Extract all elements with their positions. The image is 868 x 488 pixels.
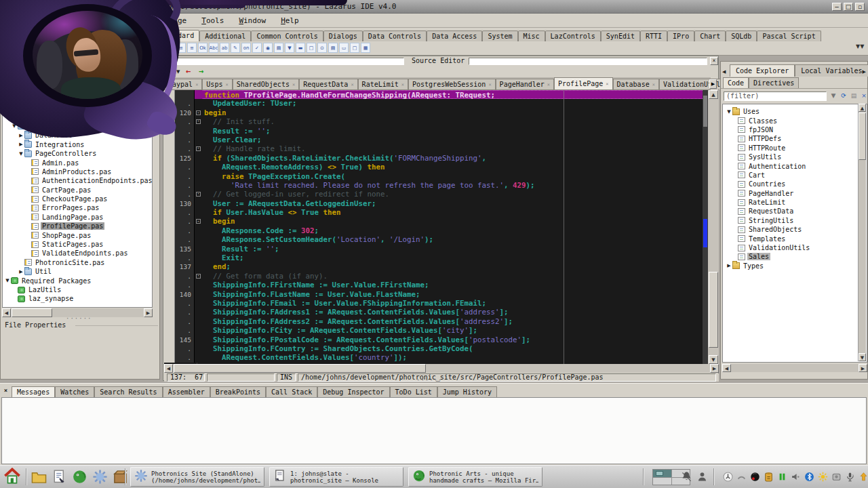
menu-run[interactable]: Run <box>119 16 148 25</box>
code-text[interactable]: // Get logged-in user, redirect if none. <box>203 190 719 199</box>
gutter-fold-area[interactable] <box>194 336 203 344</box>
tab-scroll-right-icon[interactable]: ▶ <box>709 79 717 89</box>
tree-item-profilepage-pas[interactable]: ProfilePage.pas <box>3 222 152 230</box>
tcombobox-icon[interactable]: ▼ <box>285 43 294 53</box>
gutter-breakpoint-area[interactable] <box>164 344 175 353</box>
messages-tab-search-results[interactable]: Search Results <box>94 386 162 397</box>
scroll-down-icon[interactable]: ▼ <box>859 353 866 361</box>
scroll-left-icon[interactable]: ◀ <box>164 364 173 373</box>
tree-item-checkoutpage-pas[interactable]: CheckoutPage.pas <box>3 195 152 203</box>
editor-close-icon[interactable]: × <box>710 57 718 65</box>
expander-open-icon[interactable]: ▼ <box>4 106 11 111</box>
scroll-down-icon[interactable]: ▼ <box>709 355 718 364</box>
gutter-fold-area[interactable]: - <box>194 108 203 117</box>
scroll-up-icon[interactable]: ▲ <box>859 104 866 112</box>
code-text[interactable]: end; <box>203 262 719 271</box>
palette-tab-ipro[interactable]: IPro <box>667 30 694 41</box>
code-text[interactable]: ShippingInfo.FCity := ARequest.ContentFi… <box>203 326 719 335</box>
dragon-launcher-icon[interactable] <box>72 469 87 485</box>
code-text[interactable]: begin <box>203 217 719 226</box>
explorer-vscrollbar[interactable]: ▲ ▼ <box>858 104 866 361</box>
tree-item-errorpages-pas[interactable]: ErrorPages.pas <box>3 203 152 212</box>
bluetooth-tray-icon[interactable] <box>804 472 814 482</box>
messages-tab-breakpoints[interactable]: BreakPoints <box>210 386 266 397</box>
gutter-breakpoint-area[interactable] <box>164 136 175 144</box>
tree-item-types[interactable]: ▶Types <box>723 262 867 270</box>
gutter-fold-area[interactable] <box>194 226 203 235</box>
code-text[interactable]: raise TPageException.Create( <box>203 172 719 181</box>
gutter-breakpoint-area[interactable] <box>164 181 175 190</box>
palette-tab-system[interactable]: System <box>482 30 517 41</box>
gutter-breakpoint-area[interactable] <box>164 245 175 253</box>
code-text[interactable]: User := ARequestData.GetLoggedinUser; <box>203 199 719 208</box>
tree-item-adminproducts-pas[interactable]: AdminProducts.pas <box>3 167 152 176</box>
tree-item-files[interactable]: ▼Files <box>3 104 152 113</box>
palette-tab-dialogs[interactable]: Dialogs <box>323 30 363 41</box>
gutter-breakpoint-area[interactable] <box>164 326 175 335</box>
workspace-cell-1[interactable] <box>653 470 671 477</box>
gutter-fold-area[interactable] <box>194 253 203 262</box>
palette-tab-standard[interactable]: Standard <box>156 30 199 41</box>
pause-tray-icon[interactable] <box>777 472 787 482</box>
palette-tab-chart[interactable]: Chart <box>694 30 726 41</box>
gutter-breakpoint-area[interactable] <box>164 144 175 153</box>
tabs-scroll-left-icon[interactable]: ◀ <box>722 69 726 75</box>
code-text[interactable]: AResponse.Code := 302; <box>203 226 719 235</box>
tree-item-authentication[interactable]: Authentication <box>723 161 867 170</box>
gutter-breakpoint-area[interactable] <box>164 299 175 308</box>
tree-item-datamodel[interactable]: ▶DataModel <box>3 131 152 140</box>
tree-item-templates[interactable]: Templates <box>723 234 867 243</box>
inspector-funnel-icon[interactable]: ▼ <box>143 87 148 94</box>
tlabel-icon[interactable]: Abc <box>209 43 218 53</box>
code-text[interactable]: ARequest.RemoteAddress) <> True) then <box>203 163 719 171</box>
workspace-cell-3[interactable] <box>653 478 671 485</box>
fold-marker-icon[interactable]: · <box>196 192 201 197</box>
tab-close-icon[interactable]: × <box>292 82 295 87</box>
editor-hscrollbar[interactable]: ◀ ▶ <box>164 364 719 373</box>
jump-forward-icon[interactable]: → <box>199 66 203 76</box>
tree-item-sales[interactable]: Sales <box>723 252 867 261</box>
palette-tab-data-controls[interactable]: Data Controls <box>363 30 427 41</box>
gutter-fold-area[interactable] <box>194 317 203 326</box>
gutter-breakpoint-area[interactable] <box>164 217 175 226</box>
gutter-fold-area[interactable] <box>194 353 203 362</box>
scroll-left-icon[interactable]: ◀ <box>2 308 11 317</box>
expander-open-icon[interactable]: ▼ <box>18 151 24 157</box>
code-text[interactable]: ShippingInfo.FCountry := SharedObjects.C… <box>203 344 719 353</box>
night-arc-tray-icon[interactable] <box>736 472 747 482</box>
menu-help[interactable]: Help <box>273 16 307 25</box>
expander-closed-icon[interactable]: ▶ <box>18 142 24 147</box>
code-text[interactable]: ShippingInfo.FAddress1 := ARequest.Conte… <box>203 308 719 317</box>
expander-open-icon[interactable]: ▼ <box>11 123 18 129</box>
tree-item-classes[interactable]: Classes <box>723 116 867 125</box>
gutter-breakpoint-area[interactable] <box>164 127 175 136</box>
expander-open-icon[interactable]: ▼ <box>4 278 11 283</box>
tree-item-ratelimit[interactable]: RateLimit <box>723 198 867 207</box>
tab-close-icon[interactable]: × <box>351 82 353 87</box>
tree-item-photronicsite-standalone[interactable]: PhotronicSite (StandAlone) <box>3 113 152 121</box>
gutter-breakpoint-area[interactable] <box>164 108 175 117</box>
task-button-1-johns-slate[interactable]: 1: johns@slate -photronic_site — Konsole <box>269 467 403 487</box>
tab-local-variables[interactable]: Local Variables <box>795 64 868 77</box>
volume-tray-icon[interactable] <box>791 472 801 482</box>
editor-tab-pagehandler[interactable]: PageHandler× <box>496 79 554 89</box>
tmainmenu-icon[interactable]: ≡ <box>176 43 186 53</box>
code-text[interactable]: Result := ''; <box>203 127 719 136</box>
device-tray-icon[interactable] <box>831 472 842 482</box>
maximize-button-icon[interactable]: □ <box>844 3 853 11</box>
open-folder-button[interactable] <box>2 84 16 98</box>
tab-close-icon[interactable]: × <box>195 82 198 87</box>
tree-item-landingpage-pas[interactable]: LandingPage.pas <box>3 213 152 222</box>
microphone-tray-icon[interactable] <box>845 472 855 482</box>
cursor-tool-icon[interactable]: ↖ <box>156 42 170 54</box>
tcheckbox-icon[interactable]: ✓ <box>252 43 262 53</box>
updates-tray-icon[interactable] <box>859 472 868 482</box>
gutter-fold-area[interactable] <box>194 235 203 244</box>
tree-item-httpdefs[interactable]: HTTPDefs <box>723 134 867 143</box>
menu-package[interactable]: Package <box>148 16 194 25</box>
editor-tab-requestdata[interactable]: RequestData× <box>299 79 357 89</box>
tcheckgroup-icon[interactable]: ▤ <box>328 43 338 53</box>
code-text[interactable]: 'Rate limit reached. Please do not refre… <box>203 181 719 190</box>
tmemo-icon[interactable]: ✎ <box>231 43 240 53</box>
gutter-breakpoint-area[interactable] <box>164 272 175 281</box>
